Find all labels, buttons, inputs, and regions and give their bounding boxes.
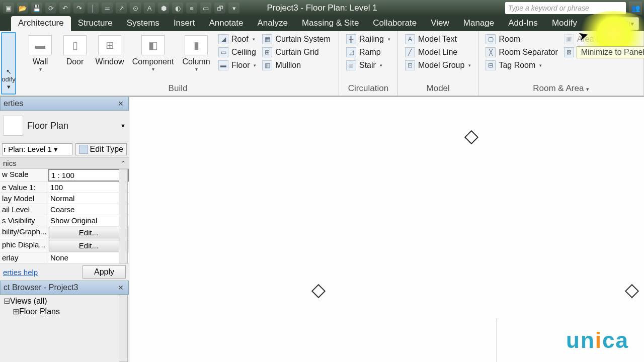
search-input[interactable]: Type a keyword or phrase [505,2,626,14]
collapse-icon: ⌃ [121,160,126,167]
elevation-marker-north[interactable] [464,130,478,144]
model-group-icon: ⊡ [405,60,415,70]
tab-addins[interactable]: Add-Ins [501,16,545,31]
browser-scrollbar[interactable] [119,295,128,362]
ribbon-toggle-button[interactable]: ▢▾ [619,17,639,30]
prop-scale-value: e Value 1: [0,182,48,193]
prop-display-model: lay Model [0,193,48,204]
ceiling-button[interactable]: ▭Ceiling [218,47,256,57]
qat-dd-icon[interactable]: ▾ [228,3,239,14]
prop-display-model-value[interactable]: Normal [48,193,129,204]
text-icon[interactable]: A [144,3,155,14]
component-icon: ◧ [141,35,165,55]
user-icon[interactable]: 👥 [629,2,642,15]
stair-button[interactable]: ≣Stair▾ [346,60,390,70]
component-button[interactable]: ◧Component▾ [129,33,177,72]
dimension-icon[interactable]: ⊙ [130,3,141,14]
floor-button[interactable]: ▬Floor▾ [218,60,256,70]
prop-view-scale-value[interactable]: 1 : 100 [48,169,129,182]
app-menu-icon[interactable]: ▣ [3,3,14,14]
door-button[interactable]: ▯Door [59,33,91,66]
browser-header[interactable]: ct Browser - Project3 ✕ [0,281,129,295]
tab-architecture[interactable]: Architecture [11,16,71,31]
tag-room-button[interactable]: ⊟Tag Room▾ [486,60,557,70]
panel-room-area: ▢Room ╳Room Separator ⊟Tag Room▾ ▣Area B… [478,31,644,96]
align-icon[interactable]: ↗ [116,3,127,14]
window-button[interactable]: ⊞Window [91,33,129,66]
area-boundary-button[interactable]: ▣Area Boundary [564,34,631,44]
instance-dropdown[interactable]: r Plan: Level 1 ▾ [2,143,72,155]
instance-row: r Plan: Level 1 ▾ Edit Type [0,141,129,157]
workspace: erties ✕ Floor Plan ▼ r Plan: Level 1 ▾ … [0,97,644,362]
undo-icon[interactable]: ↶ [59,3,70,14]
curtain-system-button[interactable]: ▦Curtain System [262,34,330,44]
column-button[interactable]: ▮Column▾ [177,33,215,72]
elevation-marker-west[interactable] [311,284,326,298]
prop-underlay-value[interactable]: None [48,252,129,263]
tab-analyze[interactable]: Analyze [250,16,294,31]
switch-win-icon[interactable]: 🗗 [214,3,225,14]
close-hidden-icon[interactable]: ▭ [200,3,211,14]
close-icon[interactable]: ✕ [116,283,125,292]
tab-annotate[interactable]: Annotate [202,16,250,31]
room-separator-button[interactable]: ╳Room Separator [486,47,557,57]
window-title: Project3 - Floor Plan: Level 1 [267,3,377,13]
properties-help-link[interactable]: erties help [3,268,38,277]
open-icon[interactable]: 📂 [17,3,28,14]
curtain-system-icon: ▦ [262,34,272,44]
prop-detail-level-value[interactable]: Coarse [48,204,129,215]
tab-view[interactable]: View [424,16,456,31]
redo-icon[interactable]: ↷ [73,3,85,14]
properties-table: w Scale1 : 100 e Value 1:100 lay ModelNo… [0,169,129,263]
prop-underlay: erlay [0,252,48,263]
panel-room-area-label[interactable]: Room & Area ▾ [482,82,639,95]
mullion-button[interactable]: ▥Mullion [262,60,330,70]
tab-collaborate[interactable]: Collaborate [366,16,424,31]
measure-icon[interactable]: ═ [102,3,113,14]
apply-button[interactable]: Apply [83,265,126,279]
sync-icon[interactable]: ⟳ [45,3,56,14]
drawing-canvas[interactable]: unica [129,97,644,362]
type-selector[interactable]: Floor Plan ▼ [0,111,129,141]
model-line-button[interactable]: ╱Model Line [405,47,471,57]
tab-structure[interactable]: Structure [71,16,120,31]
prop-graphic-disp-button[interactable]: Edit... [49,240,128,251]
edit-type-button[interactable]: Edit Type [75,143,127,155]
thin-lines-icon[interactable]: ≡ [186,3,197,14]
tab-massing[interactable]: Massing & Site [295,16,366,31]
project-browser-tree[interactable]: ⊟Views (all) ⊞Floor Plans [0,295,129,362]
prop-visibility-value[interactable]: Show Original [48,215,129,226]
tree-floor-plans[interactable]: ⊞Floor Plans [3,306,126,317]
tab-insert[interactable]: Insert [167,16,202,31]
properties-header[interactable]: erties ✕ [0,97,129,111]
prop-visibility: s Visibility [0,215,48,226]
tab-modify[interactable]: Modify [545,16,584,31]
roof-icon: ◢ [218,34,228,44]
properties-scrollbar[interactable] [119,169,128,263]
prop-vis-graph-button[interactable]: Edit... [49,227,128,238]
close-icon[interactable]: ✕ [116,99,125,108]
panel-circulation: ╫Railing▾ ◿Ramp ≣Stair▾ Circulation [339,31,398,96]
group-header-graphics[interactable]: nics⌃ [0,157,129,169]
ramp-button[interactable]: ◿Ramp [346,47,390,57]
tab-systems[interactable]: Systems [120,16,167,31]
model-group-button[interactable]: ⊡Model Group▾ [405,60,471,70]
room-button[interactable]: ▢Room [486,34,557,44]
curtain-grid-button[interactable]: ⊞Curtain Grid [262,47,330,57]
roof-button[interactable]: ◢Roof▾ [218,34,256,44]
area-boundary-icon: ▣ [564,34,574,44]
properties-footer: erties help Apply [0,263,129,281]
section-icon[interactable]: ◐ [172,3,183,14]
tree-views[interactable]: ⊟Views (all) [3,296,126,306]
railing-button[interactable]: ╫Railing▾ [346,34,390,44]
elevation-marker-east[interactable] [625,284,639,298]
save-icon[interactable]: 💾 [31,3,42,14]
edit-type-icon [79,145,88,154]
model-text-button[interactable]: AModel Text [405,34,471,44]
wall-button[interactable]: ▬Wall▾ [21,33,59,72]
prop-view-scale: w Scale [0,169,48,182]
tab-manage[interactable]: Manage [456,16,501,31]
modify-select-button[interactable]: ↖ odify▾ [1,32,16,95]
panel-model-label: Model [402,82,474,95]
3d-icon[interactable]: ⬢ [158,3,169,14]
